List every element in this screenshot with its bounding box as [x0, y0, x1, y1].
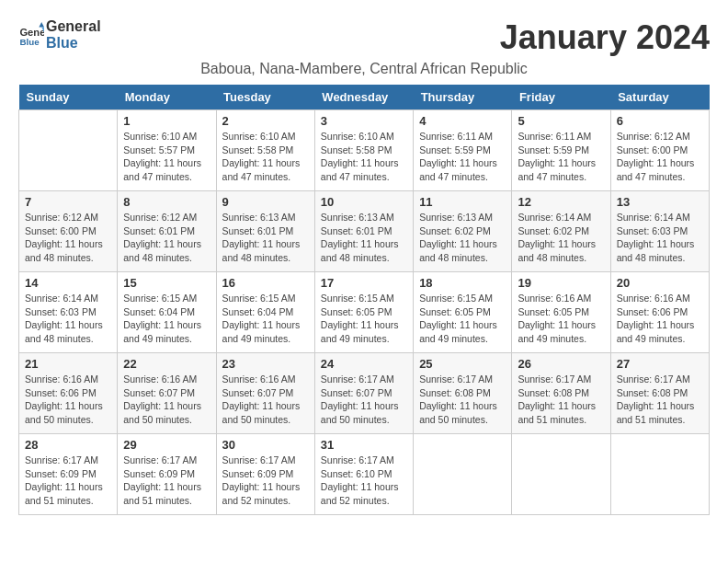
day-number: 11 — [419, 195, 506, 209]
day-info: Sunrise: 6:13 AMSunset: 6:01 PMDaylight:… — [321, 211, 407, 265]
calendar-cell: 22Sunrise: 6:16 AMSunset: 6:07 PMDayligh… — [118, 353, 216, 434]
day-number: 30 — [222, 438, 309, 452]
day-info: Sunrise: 6:17 AMSunset: 6:08 PMDaylight:… — [617, 373, 703, 427]
calendar-header: SundayMondayTuesdayWednesdayThursdayFrid… — [19, 85, 710, 110]
week-row-2: 7Sunrise: 6:12 AMSunset: 6:00 PMDaylight… — [19, 191, 710, 272]
day-number: 3 — [321, 114, 407, 128]
day-number: 24 — [321, 357, 407, 371]
weekday-header-wednesday: Wednesday — [314, 85, 413, 110]
month-title: January 2024 — [500, 18, 710, 57]
weekday-header-thursday: Thursday — [414, 85, 512, 110]
calendar-cell: 12Sunrise: 6:14 AMSunset: 6:02 PMDayligh… — [512, 191, 610, 272]
day-number: 31 — [321, 438, 407, 452]
day-info: Sunrise: 6:10 AMSunset: 5:57 PMDaylight:… — [123, 130, 210, 184]
day-number: 21 — [25, 357, 111, 371]
calendar-cell: 4Sunrise: 6:11 AMSunset: 5:59 PMDaylight… — [414, 110, 512, 191]
calendar-cell: 15Sunrise: 6:15 AMSunset: 6:04 PMDayligh… — [118, 272, 216, 353]
calendar-cell — [512, 434, 610, 515]
day-number: 13 — [617, 195, 703, 209]
day-number: 1 — [123, 114, 210, 128]
calendar-cell: 31Sunrise: 6:17 AMSunset: 6:10 PMDayligh… — [314, 434, 413, 515]
day-number: 23 — [222, 357, 309, 371]
day-info: Sunrise: 6:15 AMSunset: 6:04 PMDaylight:… — [123, 292, 210, 346]
day-info: Sunrise: 6:17 AMSunset: 6:08 PMDaylight:… — [419, 373, 506, 427]
day-info: Sunrise: 6:16 AMSunset: 6:07 PMDaylight:… — [222, 373, 309, 427]
weekday-header-monday: Monday — [118, 85, 216, 110]
day-number: 25 — [419, 357, 506, 371]
day-info: Sunrise: 6:15 AMSunset: 6:05 PMDaylight:… — [419, 292, 506, 346]
day-info: Sunrise: 6:14 AMSunset: 6:02 PMDaylight:… — [518, 211, 604, 265]
day-info: Sunrise: 6:14 AMSunset: 6:03 PMDaylight:… — [617, 211, 703, 265]
svg-text:Blue: Blue — [19, 37, 40, 47]
day-info: Sunrise: 6:16 AMSunset: 6:06 PMDaylight:… — [25, 373, 111, 427]
calendar-cell: 19Sunrise: 6:16 AMSunset: 6:05 PMDayligh… — [512, 272, 610, 353]
day-info: Sunrise: 6:15 AMSunset: 6:05 PMDaylight:… — [321, 292, 407, 346]
day-number: 8 — [123, 195, 210, 209]
day-info: Sunrise: 6:11 AMSunset: 5:59 PMDaylight:… — [419, 130, 506, 184]
week-row-1: 1Sunrise: 6:10 AMSunset: 5:57 PMDaylight… — [19, 110, 710, 191]
location-subtitle: Baboua, Nana-Mambere, Central African Re… — [18, 61, 710, 77]
day-number: 2 — [222, 114, 309, 128]
calendar-cell: 8Sunrise: 6:12 AMSunset: 6:01 PMDaylight… — [118, 191, 216, 272]
weekday-header-friday: Friday — [512, 85, 610, 110]
day-number: 28 — [25, 438, 111, 452]
weekday-header-tuesday: Tuesday — [216, 85, 314, 110]
calendar-table: SundayMondayTuesdayWednesdayThursdayFrid… — [18, 85, 710, 515]
logo-blue: Blue — [46, 35, 101, 52]
day-info: Sunrise: 6:17 AMSunset: 6:09 PMDaylight:… — [222, 454, 309, 508]
day-info: Sunrise: 6:16 AMSunset: 6:05 PMDaylight:… — [518, 292, 604, 346]
calendar-cell: 2Sunrise: 6:10 AMSunset: 5:58 PMDaylight… — [216, 110, 314, 191]
calendar-cell — [414, 434, 512, 515]
calendar-cell: 9Sunrise: 6:13 AMSunset: 6:01 PMDaylight… — [216, 191, 314, 272]
day-info: Sunrise: 6:17 AMSunset: 6:07 PMDaylight:… — [321, 373, 407, 427]
day-number: 15 — [123, 276, 210, 290]
day-number: 19 — [518, 276, 604, 290]
calendar-cell: 24Sunrise: 6:17 AMSunset: 6:07 PMDayligh… — [314, 353, 413, 434]
day-info: Sunrise: 6:10 AMSunset: 5:58 PMDaylight:… — [321, 130, 407, 184]
calendar-cell: 29Sunrise: 6:17 AMSunset: 6:09 PMDayligh… — [118, 434, 216, 515]
day-info: Sunrise: 6:12 AMSunset: 6:00 PMDaylight:… — [25, 211, 111, 265]
day-number: 26 — [518, 357, 604, 371]
calendar-cell: 25Sunrise: 6:17 AMSunset: 6:08 PMDayligh… — [414, 353, 512, 434]
day-info: Sunrise: 6:14 AMSunset: 6:03 PMDaylight:… — [25, 292, 111, 346]
weekday-header-saturday: Saturday — [610, 85, 709, 110]
day-number: 10 — [321, 195, 407, 209]
calendar-cell: 27Sunrise: 6:17 AMSunset: 6:08 PMDayligh… — [610, 353, 709, 434]
day-number: 9 — [222, 195, 309, 209]
day-number: 4 — [419, 114, 506, 128]
title-area: January 2024 — [500, 18, 710, 57]
calendar-cell: 6Sunrise: 6:12 AMSunset: 6:00 PMDaylight… — [610, 110, 709, 191]
weekday-header-sunday: Sunday — [19, 85, 118, 110]
calendar-cell: 7Sunrise: 6:12 AMSunset: 6:00 PMDaylight… — [19, 191, 118, 272]
week-row-5: 28Sunrise: 6:17 AMSunset: 6:09 PMDayligh… — [19, 434, 710, 515]
logo-area: General Blue General Blue — [18, 18, 101, 51]
day-info: Sunrise: 6:11 AMSunset: 5:59 PMDaylight:… — [518, 130, 604, 184]
day-number: 18 — [419, 276, 506, 290]
day-info: Sunrise: 6:17 AMSunset: 6:08 PMDaylight:… — [518, 373, 604, 427]
day-info: Sunrise: 6:16 AMSunset: 6:06 PMDaylight:… — [617, 292, 703, 346]
day-number: 27 — [617, 357, 703, 371]
calendar-cell: 11Sunrise: 6:13 AMSunset: 6:02 PMDayligh… — [414, 191, 512, 272]
day-info: Sunrise: 6:17 AMSunset: 6:09 PMDaylight:… — [25, 454, 111, 508]
calendar-cell: 23Sunrise: 6:16 AMSunset: 6:07 PMDayligh… — [216, 353, 314, 434]
day-number: 29 — [123, 438, 210, 452]
calendar-cell: 18Sunrise: 6:15 AMSunset: 6:05 PMDayligh… — [414, 272, 512, 353]
day-number: 16 — [222, 276, 309, 290]
weekday-header-row: SundayMondayTuesdayWednesdayThursdayFrid… — [19, 85, 710, 110]
logo-general: General — [46, 18, 101, 35]
calendar-cell: 5Sunrise: 6:11 AMSunset: 5:59 PMDaylight… — [512, 110, 610, 191]
calendar-cell: 14Sunrise: 6:14 AMSunset: 6:03 PMDayligh… — [19, 272, 118, 353]
day-number: 12 — [518, 195, 604, 209]
day-number: 5 — [518, 114, 604, 128]
day-info: Sunrise: 6:13 AMSunset: 6:02 PMDaylight:… — [419, 211, 506, 265]
day-info: Sunrise: 6:12 AMSunset: 6:00 PMDaylight:… — [617, 130, 703, 184]
calendar-cell: 20Sunrise: 6:16 AMSunset: 6:06 PMDayligh… — [610, 272, 709, 353]
day-number: 6 — [617, 114, 703, 128]
calendar-cell: 16Sunrise: 6:15 AMSunset: 6:04 PMDayligh… — [216, 272, 314, 353]
day-info: Sunrise: 6:16 AMSunset: 6:07 PMDaylight:… — [123, 373, 210, 427]
calendar-cell: 3Sunrise: 6:10 AMSunset: 5:58 PMDaylight… — [314, 110, 413, 191]
day-info: Sunrise: 6:12 AMSunset: 6:01 PMDaylight:… — [123, 211, 210, 265]
svg-marker-2 — [39, 22, 44, 28]
day-info: Sunrise: 6:17 AMSunset: 6:10 PMDaylight:… — [321, 454, 407, 508]
page-header: General Blue General Blue January 2024 — [18, 18, 710, 57]
